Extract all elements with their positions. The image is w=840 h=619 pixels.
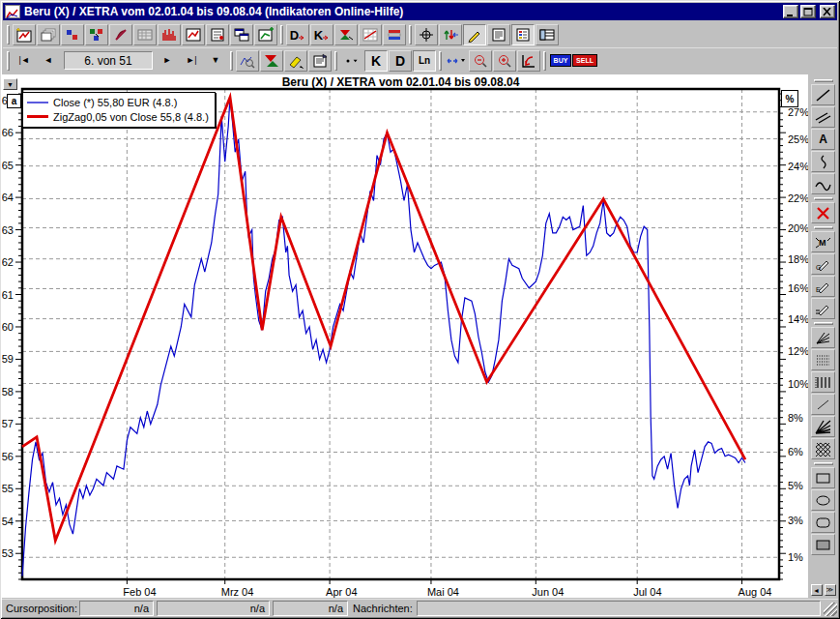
- delete-drawing-tool[interactable]: [811, 202, 835, 223]
- nav-next-button[interactable]: ►: [156, 50, 179, 72]
- rectangle-tool[interactable]: [811, 467, 835, 488]
- level-lines-icon[interactable]: [383, 24, 406, 45]
- period-dot-button[interactable]: [340, 50, 363, 72]
- speed-fan-tool[interactable]: [811, 327, 835, 348]
- curve-line-tool[interactable]: [811, 173, 835, 194]
- new-chart-button[interactable]: [13, 24, 36, 45]
- window-title: Beru (X) / XETRA vom 02.01.04 bis 09.08.…: [24, 5, 781, 18]
- pencil-g-tool[interactable]: G: [811, 253, 835, 275]
- new-chart-window-button[interactable]: [254, 24, 277, 45]
- log-scale-ln-button[interactable]: Ln: [413, 50, 436, 72]
- chart-type-d-button[interactable]: D: [389, 50, 412, 72]
- toolbar-grip[interactable]: [814, 79, 833, 82]
- crosshair-button[interactable]: [415, 24, 438, 45]
- scale-arrows-button[interactable]: [439, 24, 462, 45]
- toolbar-grip[interactable]: [814, 226, 833, 229]
- toolbar-grip[interactable]: [280, 25, 283, 44]
- properties-button[interactable]: [308, 50, 332, 72]
- nav-dropdown-button[interactable]: ▼: [204, 50, 227, 72]
- thin-line-tool[interactable]: [811, 394, 835, 415]
- layout-split-button[interactable]: [536, 24, 559, 45]
- toolbar-grip[interactable]: [439, 51, 442, 71]
- toolbar-grip[interactable]: [7, 51, 10, 71]
- chart-grid-icon[interactable]: [359, 24, 382, 45]
- parallel-lines-tool[interactable]: [811, 106, 835, 128]
- data-table-icon[interactable]: [133, 24, 157, 45]
- svg-text:Mai 04: Mai 04: [427, 586, 459, 598]
- report-button[interactable]: [206, 24, 229, 45]
- nav-last-button[interactable]: ►|: [180, 50, 203, 72]
- right-axis-mode-button[interactable]: %: [781, 90, 798, 107]
- buy-button[interactable]: BUY: [549, 50, 572, 72]
- compare-zigzag-icon[interactable]: [334, 24, 358, 45]
- indicator-d-button[interactable]: D: [286, 24, 309, 45]
- zigzag-tool-button[interactable]: [260, 50, 283, 72]
- toolbar-grip[interactable]: [814, 462, 833, 465]
- scroll-arrows-button[interactable]: [445, 50, 468, 72]
- maximize-button[interactable]: [800, 5, 816, 18]
- toolbar-grip[interactable]: [7, 25, 10, 44]
- filled-rectangle-tool[interactable]: [811, 534, 835, 555]
- toolbar-grip[interactable]: [334, 51, 337, 71]
- text-label-tool[interactable]: A: [811, 129, 835, 150]
- pencil-e-tool[interactable]: E: [811, 276, 835, 297]
- price-chart[interactable]: 67666564636261605958575655545327%25%24%2…: [2, 74, 808, 598]
- svg-text:14%: 14%: [788, 313, 808, 325]
- close-button[interactable]: [820, 5, 835, 18]
- svg-text:Aug 04: Aug 04: [739, 586, 772, 598]
- toolbar-grip[interactable]: [814, 322, 833, 325]
- freehand-line-tool[interactable]: [811, 151, 835, 172]
- svg-text:M: M: [819, 238, 826, 248]
- svg-text:24%: 24%: [788, 161, 808, 172]
- line-chart-button[interactable]: [182, 24, 205, 45]
- svg-text:63: 63: [2, 224, 14, 236]
- ellipse-tool[interactable]: [811, 489, 835, 511]
- legend-item-close: Close (*) 55,80 EUR (4.8.): [27, 95, 209, 109]
- zoom-reset-button[interactable]: [517, 50, 540, 72]
- zoom-in-button[interactable]: [493, 50, 516, 72]
- svg-text:6%: 6%: [788, 446, 803, 457]
- gann-fan-tool[interactable]: [811, 416, 835, 437]
- nav-previous-button[interactable]: ◄: [37, 50, 60, 72]
- remove-indicator-button[interactable]: [109, 24, 132, 45]
- toolbar-grip[interactable]: [814, 197, 833, 200]
- draw-pencil-button[interactable]: [463, 24, 486, 45]
- toolbar-grip[interactable]: [543, 51, 546, 71]
- toolbar-main: D K: [3, 22, 837, 47]
- transfer-squares-icon[interactable]: [85, 24, 108, 45]
- trend-line-tool[interactable]: [811, 84, 835, 105]
- toolbar-grip[interactable]: [409, 25, 412, 44]
- scroll-left-button[interactable]: ◄: [811, 584, 823, 596]
- chart-legend: Close (*) 55,80 EUR (4.8.) ZigZag0,05 vo…: [22, 92, 216, 128]
- svg-text:22%: 22%: [788, 192, 808, 204]
- scroll-down-button[interactable]: ≫: [825, 584, 836, 596]
- text-note-button[interactable]: [487, 24, 510, 45]
- indicator-k-button[interactable]: K: [310, 24, 333, 45]
- resize-grip[interactable]: [824, 603, 837, 616]
- left-axis-mode-button[interactable]: a: [7, 94, 21, 108]
- toolbar-scrollers: ◄ ≫: [811, 584, 836, 596]
- minimize-button[interactable]: [783, 5, 798, 18]
- titlebar[interactable]: Beru (X) / XETRA vom 02.01.04 bis 09.08.…: [3, 3, 837, 20]
- nachrichten-label: Nachrichten:: [353, 603, 413, 614]
- nav-first-button[interactable]: |◄: [13, 50, 36, 72]
- quote-squares-icon[interactable]: [61, 24, 84, 45]
- move-points-tool[interactable]: M: [811, 231, 835, 252]
- rounded-rectangle-tool[interactable]: [811, 512, 835, 533]
- cascade-windows-button[interactable]: [230, 24, 253, 45]
- vertical-lines-tool[interactable]: [811, 371, 835, 393]
- volume-histogram-icon[interactable]: [158, 24, 181, 45]
- candle-type-k-button[interactable]: K: [364, 50, 388, 72]
- pencil-equal-tool[interactable]: [811, 298, 835, 319]
- indicator-list-button[interactable]: [511, 24, 535, 45]
- toolbar-grip[interactable]: [230, 51, 233, 71]
- chart-search-button[interactable]: [236, 50, 259, 72]
- svg-text:E: E: [816, 286, 821, 293]
- crosshatch-tool[interactable]: [811, 438, 835, 459]
- highlighter-button[interactable]: [284, 50, 307, 72]
- zoom-out-button[interactable]: [469, 50, 492, 72]
- copy-chart-button[interactable]: [37, 24, 60, 45]
- sell-button[interactable]: SELL: [573, 50, 596, 72]
- chart-position-field[interactable]: 6. von 51: [64, 51, 153, 70]
- fibonacci-levels-tool[interactable]: [811, 349, 835, 370]
